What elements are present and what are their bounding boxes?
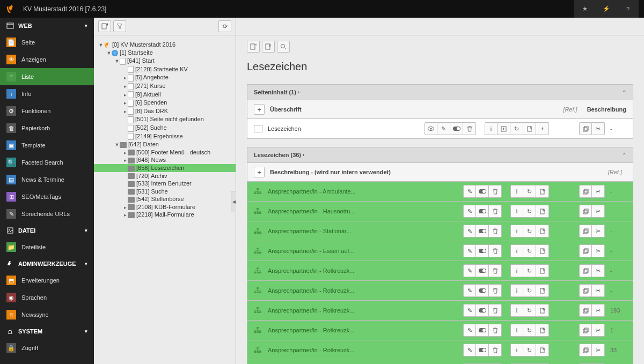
add-icon[interactable]: + xyxy=(536,122,549,135)
module-item-news-termine[interactable]: ▤News & Termine xyxy=(0,171,94,188)
delete-icon[interactable] xyxy=(489,324,502,337)
copy-icon[interactable] xyxy=(579,344,592,356)
info-icon[interactable]: i xyxy=(510,225,523,237)
row-title[interactable]: Ansprechpartner/in - Rotkreuzk... xyxy=(268,268,375,274)
row-title[interactable]: Ansprechpartner/in - Essen auf... xyxy=(268,248,375,254)
edit-icon[interactable]: ✎ xyxy=(463,244,476,257)
history-icon[interactable]: ↻ xyxy=(523,205,536,218)
tree-toggle-icon[interactable]: ▸ xyxy=(122,100,128,106)
module-item-seo-metatags[interactable]: ⊞SEO/MetaTags xyxy=(0,188,94,205)
hide-toggle-icon[interactable] xyxy=(476,205,489,218)
cut-icon[interactable]: ✂ xyxy=(592,205,605,218)
tree-toggle-icon[interactable]: ▸ xyxy=(122,212,128,218)
edit-icon[interactable]: ✎ xyxy=(463,304,476,317)
module-item-seite[interactable]: 📄Seite xyxy=(0,34,94,51)
copy-icon[interactable] xyxy=(579,205,592,218)
tree-toggle-icon[interactable]: ▸ xyxy=(122,205,128,210)
tree-toggle-icon[interactable]: ▼ xyxy=(114,58,120,64)
tree-node[interactable]: [542] Stellenbörse xyxy=(94,195,236,203)
row-title[interactable]: Ansprechpartner/in - Rotkreuzk... xyxy=(268,287,375,294)
edit-icon[interactable]: ✎ xyxy=(463,264,476,277)
history-icon[interactable]: ↻ xyxy=(523,185,536,198)
add-record-button[interactable]: + xyxy=(254,167,265,177)
panel-header[interactable]: Seiteninhalt (1) › ⌃ xyxy=(247,84,633,100)
copy-icon[interactable] xyxy=(579,324,592,337)
tree-toggle-icon[interactable]: ▸ xyxy=(122,92,128,98)
hide-toggle-icon[interactable] xyxy=(476,264,489,277)
tree-node[interactable]: ▸[500] Footer Menü - deutsch xyxy=(94,148,236,157)
cut-icon[interactable]: ✂ xyxy=(592,225,605,237)
newpage-icon[interactable] xyxy=(536,205,549,218)
hide-toggle-icon[interactable] xyxy=(476,284,489,297)
module-item-newssync[interactable]: ≋Newssync xyxy=(0,306,94,323)
edit-icon[interactable]: ✎ xyxy=(463,205,476,218)
filter-icon[interactable] xyxy=(113,20,126,32)
history-icon[interactable]: ↻ xyxy=(523,284,536,297)
row-title[interactable]: Ansprechpartner/in - Hausnotru... xyxy=(268,208,375,214)
row-title[interactable]: Ansprechpartner/in - Rotkreuzk... xyxy=(268,327,375,333)
newpage-icon[interactable] xyxy=(523,122,536,135)
hide-toggle-icon[interactable] xyxy=(450,122,463,135)
edit-icon[interactable]: ✎ xyxy=(463,284,476,297)
tree-toggle-icon[interactable]: ▼ xyxy=(114,142,120,147)
tree-node[interactable]: ▼[1] Startseite xyxy=(94,49,236,57)
tree-node[interactable]: [658] Lesezeichen xyxy=(94,164,236,172)
cut-icon[interactable]: ✂ xyxy=(592,344,605,356)
copy-icon[interactable] xyxy=(579,185,592,198)
history-icon[interactable]: ↻ xyxy=(523,344,536,356)
tree-toggle-icon[interactable]: ▼ xyxy=(106,50,112,56)
tree-toggle-icon[interactable]: ▸ xyxy=(122,84,128,89)
delete-icon[interactable] xyxy=(489,205,502,218)
info-icon[interactable]: i xyxy=(510,304,523,317)
newpage-icon[interactable] xyxy=(536,185,549,198)
history-icon[interactable]: ↻ xyxy=(523,264,536,277)
cut-icon[interactable]: ✂ xyxy=(592,264,605,277)
tree-node[interactable]: ▼[0] KV Musterstadt 2016 xyxy=(94,41,236,49)
cut-icon[interactable]: ✂ xyxy=(592,244,605,257)
edit-icon[interactable]: ✎ xyxy=(437,122,450,135)
copy-icon[interactable] xyxy=(579,304,592,317)
history-icon[interactable]: ↻ xyxy=(523,324,536,337)
module-item-funktionen[interactable]: ⚙Funktionen xyxy=(0,102,94,120)
cut-icon[interactable]: ✂ xyxy=(592,304,605,317)
flash-icon[interactable]: ⚡ xyxy=(596,0,617,18)
copy-icon[interactable] xyxy=(579,122,592,135)
tree-node[interactable]: [720] Archiv xyxy=(94,172,236,180)
edit-icon[interactable]: ✎ xyxy=(463,344,476,356)
delete-icon[interactable] xyxy=(463,122,476,135)
newpage-icon[interactable] xyxy=(536,304,549,317)
module-group-admin[interactable]: ADMINWERKZEUGE▾ xyxy=(0,256,94,272)
delete-icon[interactable] xyxy=(489,344,502,356)
copy-icon[interactable] xyxy=(579,284,592,297)
new-record-button[interactable]: + xyxy=(247,41,260,53)
newpage-icon[interactable] xyxy=(536,344,549,356)
info-icon[interactable]: i xyxy=(510,324,523,337)
tree-toggle-icon[interactable]: ▸ xyxy=(122,109,128,114)
search-icon[interactable] xyxy=(277,41,290,53)
module-item-faceted-search[interactable]: 🔍Faceted Search xyxy=(0,154,94,171)
cut-icon[interactable]: ✂ xyxy=(592,324,605,337)
add-record-button[interactable]: + xyxy=(254,104,265,115)
module-item-info[interactable]: iInfo xyxy=(0,85,94,102)
cut-icon[interactable]: ✂ xyxy=(592,122,605,135)
history-icon[interactable]: ↻ xyxy=(523,225,536,237)
edit-icon[interactable]: ✎ xyxy=(463,324,476,337)
row-title[interactable]: Ansprechpartner/in - Rotkreuzk... xyxy=(268,347,375,353)
module-item-liste[interactable]: ≡Liste xyxy=(0,68,94,85)
tree-node[interactable]: [2120] Startseite KV xyxy=(94,65,236,74)
panel-header[interactable]: Lesezeichen (36) › ⌃ xyxy=(247,147,633,163)
hide-toggle-icon[interactable] xyxy=(476,304,489,317)
module-item-papierkorb[interactable]: 🗑Papierkorb xyxy=(0,120,94,137)
new-page-button[interactable]: + xyxy=(98,20,111,32)
tree-node[interactable]: [501] Seite nicht gefunden xyxy=(94,115,236,124)
edit-icon[interactable]: ✎ xyxy=(463,225,476,237)
newpage-icon[interactable] xyxy=(536,244,549,257)
tree-node[interactable]: ▸[271] Kurse xyxy=(94,82,236,91)
edit-icon[interactable]: ✎ xyxy=(463,185,476,198)
delete-icon[interactable] xyxy=(489,284,502,297)
info-icon[interactable]: i xyxy=(485,122,497,135)
newpage-icon[interactable] xyxy=(536,264,549,277)
copy-icon[interactable] xyxy=(579,244,592,257)
tree-node[interactable]: ▸[2218] Mail-Formulare xyxy=(94,211,236,219)
info-icon[interactable]: i xyxy=(510,244,523,257)
